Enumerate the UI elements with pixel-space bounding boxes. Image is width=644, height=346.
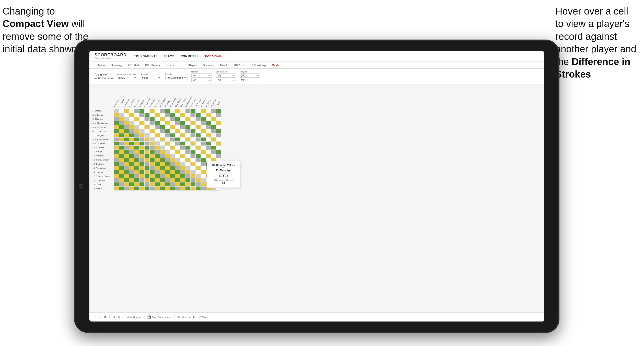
matrix-cell[interactable] xyxy=(211,121,216,125)
matrix-cell[interactable] xyxy=(170,145,175,150)
matrix-cell[interactable] xyxy=(119,174,124,178)
matrix-cell[interactable] xyxy=(185,125,190,129)
matrix-cell[interactable] xyxy=(144,125,149,129)
matrix-cell[interactable] xyxy=(185,121,190,125)
matrix-cell[interactable] xyxy=(139,150,144,154)
matrix-cell[interactable] xyxy=(195,109,201,113)
matrix-cell[interactable] xyxy=(134,178,139,182)
matrix-cell[interactable] xyxy=(144,145,149,150)
matrix-cell[interactable] xyxy=(165,174,170,178)
matrix-cell[interactable] xyxy=(195,186,201,190)
matrix-cell[interactable] xyxy=(144,178,149,182)
matrix-cell[interactable] xyxy=(124,121,129,125)
tab-players[interactable]: Players xyxy=(185,63,200,68)
matrix-cell[interactable] xyxy=(160,141,165,145)
matrix-cell[interactable] xyxy=(185,113,190,117)
matrix-cell[interactable] xyxy=(195,158,201,162)
matrix-cell[interactable] xyxy=(170,174,175,178)
matrix-cell[interactable] xyxy=(144,174,149,178)
matrix-cell[interactable] xyxy=(216,117,221,121)
matrix-cell[interactable] xyxy=(134,145,139,150)
matrix-cell[interactable] xyxy=(149,133,155,137)
matrix-cell[interactable] xyxy=(201,109,206,113)
matrix-cell[interactable] xyxy=(139,182,144,186)
matrix-cell[interactable] xyxy=(195,113,201,117)
matrix-cell[interactable] xyxy=(201,121,206,125)
matrix-cell[interactable] xyxy=(195,129,201,133)
matrix-cell[interactable] xyxy=(139,133,144,137)
matrix-cell[interactable] xyxy=(149,117,155,121)
matrix-cell[interactable] xyxy=(124,150,129,154)
matrix-cell[interactable] xyxy=(139,170,144,174)
matrix-cell[interactable] xyxy=(124,117,129,121)
matrix-cell[interactable] xyxy=(129,182,134,186)
matrix-cell[interactable] xyxy=(165,154,170,158)
matrix-cell[interactable] xyxy=(144,133,149,137)
matrix-cell[interactable] xyxy=(195,133,201,137)
matrix-cell[interactable] xyxy=(149,154,155,158)
matrix-cell[interactable] xyxy=(114,109,119,113)
matrix-cell[interactable] xyxy=(144,129,149,133)
matrix-cell[interactable] xyxy=(149,166,155,170)
matrix-cell[interactable] xyxy=(211,129,216,133)
save-custom-button[interactable]: 💾 Save Custom View xyxy=(147,315,171,319)
matrix-cell[interactable] xyxy=(201,158,206,162)
matrix-cell[interactable] xyxy=(129,125,134,129)
matrix-cell[interactable] xyxy=(160,129,165,133)
matrix-cell[interactable] xyxy=(165,186,170,190)
matrix-cell[interactable] xyxy=(124,129,129,133)
matrix-cell[interactable] xyxy=(119,117,124,121)
matrix-cell[interactable] xyxy=(180,150,185,154)
reset-button[interactable]: ↺ xyxy=(104,315,106,319)
matrix-cell[interactable] xyxy=(139,109,144,113)
matrix-cell[interactable] xyxy=(129,129,134,133)
matrix-cell[interactable] xyxy=(211,125,216,129)
matrix-cell[interactable] xyxy=(175,137,180,141)
matrix-cell[interactable] xyxy=(185,158,190,162)
matrix-cell[interactable] xyxy=(144,109,149,113)
matrix-cell[interactable] xyxy=(144,186,149,190)
full-view-radio[interactable]: Full View xyxy=(95,73,113,76)
matrix-cell[interactable] xyxy=(165,137,170,141)
matrix-cell[interactable] xyxy=(206,154,211,158)
matrix-cell[interactable] xyxy=(165,113,170,117)
matrix-cell[interactable] xyxy=(165,158,170,162)
matrix-cell[interactable] xyxy=(195,162,201,166)
matrix-cell[interactable] xyxy=(119,182,124,186)
matrix-cell[interactable] xyxy=(139,125,144,129)
matrix-cell[interactable] xyxy=(155,109,160,113)
matrix-cell[interactable] xyxy=(139,121,144,125)
tab-h2h-heatmap2[interactable]: H2H Heatmap xyxy=(247,63,269,68)
matrix-cell[interactable] xyxy=(190,121,195,125)
matrix-cell[interactable] xyxy=(134,113,139,117)
matrix-cell[interactable] xyxy=(211,145,216,150)
matrix-cell[interactable] xyxy=(180,182,185,186)
matrix-cell[interactable] xyxy=(160,125,165,129)
matrix-cell[interactable] xyxy=(216,154,221,158)
matrix-cell[interactable] xyxy=(124,166,129,170)
matrix-cell[interactable] xyxy=(216,125,221,129)
matrix-cell[interactable] xyxy=(206,133,211,137)
matrix-cell[interactable] xyxy=(124,125,129,129)
matrix-cell[interactable] xyxy=(165,121,170,125)
matrix-cell[interactable] xyxy=(201,166,206,170)
matrix-cell[interactable] xyxy=(211,137,216,141)
matrix-cell[interactable] xyxy=(206,137,211,141)
filter-max-select[interactable]: Top 25 xyxy=(117,76,137,80)
matrix-cell[interactable] xyxy=(124,158,129,162)
matrix-cell[interactable] xyxy=(129,117,134,121)
matrix-cell[interactable] xyxy=(155,117,160,121)
matrix-cell[interactable] xyxy=(144,166,149,170)
matrix-cell[interactable] xyxy=(134,174,139,178)
matrix-cell[interactable] xyxy=(175,121,180,125)
matrix-cell[interactable] xyxy=(119,109,124,113)
matrix-cell[interactable] xyxy=(190,178,195,182)
matrix-cell[interactable] xyxy=(170,178,175,182)
filter-conference-select[interactable]: (All) xyxy=(216,73,236,78)
matrix-cell[interactable] xyxy=(114,154,119,158)
matrix-cell[interactable] xyxy=(149,150,155,154)
matrix-cell[interactable] xyxy=(129,158,134,162)
matrix-cell[interactable] xyxy=(195,154,201,158)
matrix-cell[interactable] xyxy=(195,141,201,145)
matrix-cell[interactable] xyxy=(211,150,216,154)
